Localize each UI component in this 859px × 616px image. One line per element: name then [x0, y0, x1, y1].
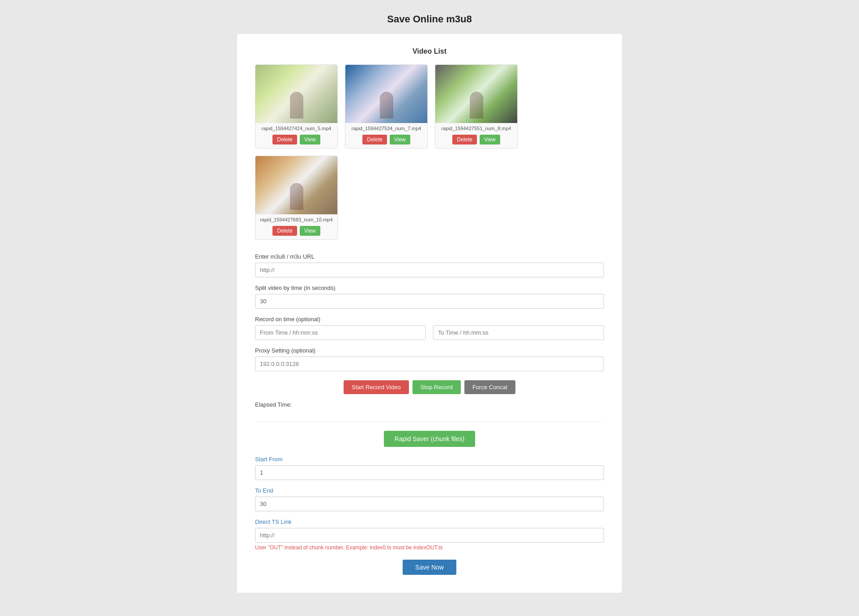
- divider: [255, 421, 604, 422]
- video-filename: rapid_1594427424_num_5.mp4: [255, 123, 337, 133]
- view-button[interactable]: View: [300, 226, 320, 236]
- view-button[interactable]: View: [480, 135, 500, 144]
- proxy-input[interactable]: [255, 357, 604, 371]
- delete-button[interactable]: Delete: [452, 135, 477, 144]
- main-container: Video List rapid_1594427424_num_5.mp4Del…: [237, 34, 622, 593]
- rapid-saver-button[interactable]: Rapid Saver (chunk files): [384, 431, 475, 447]
- save-now-button[interactable]: Save Now: [403, 560, 456, 575]
- split-input[interactable]: [255, 294, 604, 309]
- to-end-label: To End: [255, 487, 604, 494]
- delete-button[interactable]: Delete: [272, 135, 297, 144]
- video-list-title: Video List: [255, 47, 604, 55]
- record-on-time-section: Record on time (optional): [255, 316, 604, 340]
- start-record-button[interactable]: Start Record Video: [344, 380, 409, 394]
- record-on-time-label: Record on time (optional): [255, 316, 604, 323]
- direct-ts-label: Direct TS Link: [255, 518, 604, 525]
- video-actions: DeleteView: [255, 133, 337, 148]
- video-filename: rapid_1594427551_num_8.mp4: [435, 123, 517, 133]
- start-from-section: Start From: [255, 456, 604, 480]
- page-title: Save Online m3u8: [387, 13, 472, 25]
- video-thumbnail: [255, 65, 337, 123]
- split-section: Split video by time (in seconds): [255, 285, 604, 309]
- direct-ts-section: Direct TS Link User "OUT" instead of chu…: [255, 518, 604, 551]
- start-from-input[interactable]: [255, 465, 604, 480]
- url-section: Enter m3u8 / m3u URL: [255, 253, 604, 277]
- view-button[interactable]: View: [300, 135, 320, 144]
- proxy-label: Proxy Setting (optional): [255, 347, 604, 354]
- direct-ts-input[interactable]: [255, 528, 604, 543]
- video-thumbnail: [345, 65, 427, 123]
- hint-text: User "OUT" instead of chunk number. Exam…: [255, 544, 604, 551]
- video-filename: rapid_1594427534_num_7.mp4: [345, 123, 427, 133]
- video-card: rapid_1594427534_num_7.mp4DeleteView: [345, 64, 428, 149]
- split-label: Split video by time (in seconds): [255, 285, 604, 291]
- video-list: rapid_1594427424_num_5.mp4DeleteViewrapi…: [255, 64, 604, 240]
- start-from-label: Start From: [255, 456, 604, 463]
- video-thumbnail: [435, 65, 517, 123]
- proxy-section: Proxy Setting (optional): [255, 347, 604, 371]
- video-filename: rapid_1594427683_num_10.mp4: [255, 214, 337, 224]
- video-card: rapid_1594427424_num_5.mp4DeleteView: [255, 64, 338, 149]
- video-actions: DeleteView: [345, 133, 427, 148]
- record-button-row: Start Record Video Stop Record Force Con…: [255, 380, 604, 394]
- view-button[interactable]: View: [390, 135, 410, 144]
- video-card: rapid_1594427683_num_10.mp4DeleteView: [255, 156, 338, 240]
- force-concat-button[interactable]: Force Concat: [464, 380, 515, 394]
- video-actions: DeleteView: [255, 224, 337, 239]
- url-label: Enter m3u8 / m3u URL: [255, 253, 604, 260]
- from-time-input[interactable]: [255, 325, 426, 340]
- to-end-section: To End: [255, 487, 604, 511]
- url-input[interactable]: [255, 263, 604, 277]
- elapsed-time: Elapsed Time:: [255, 401, 604, 412]
- video-actions: DeleteView: [435, 133, 517, 148]
- to-end-input[interactable]: [255, 497, 604, 511]
- delete-button[interactable]: Delete: [272, 226, 297, 236]
- video-card: rapid_1594427551_num_8.mp4DeleteView: [435, 64, 518, 149]
- to-time-input[interactable]: [433, 325, 604, 340]
- delete-button[interactable]: Delete: [362, 135, 387, 144]
- video-thumbnail: [255, 156, 337, 214]
- stop-record-button[interactable]: Stop Record: [412, 380, 461, 394]
